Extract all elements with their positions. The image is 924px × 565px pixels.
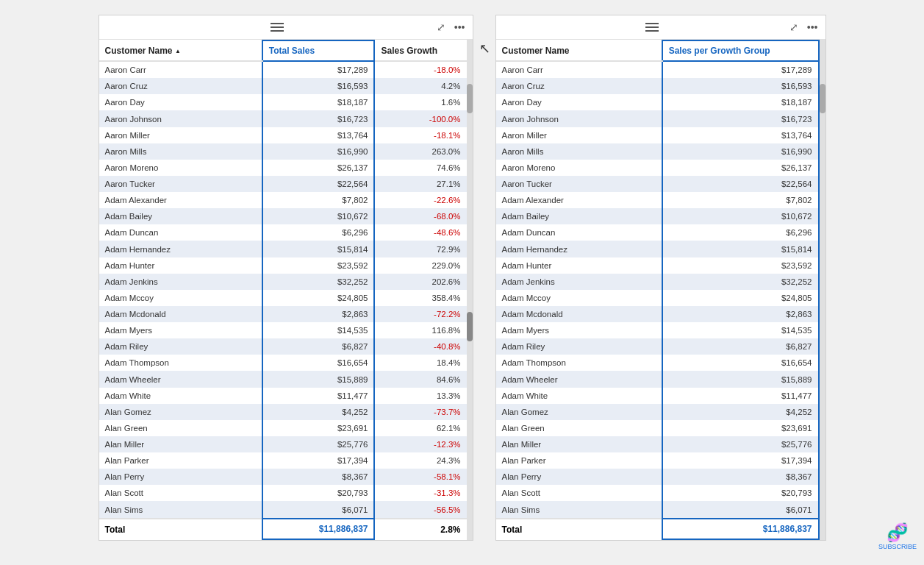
table-row: Adam Riley $6,827 xyxy=(496,338,819,355)
cell-growth: 24.3% xyxy=(374,452,466,469)
scrollbar-thumb2-1[interactable] xyxy=(467,312,473,341)
cell-customer: Alan Sims xyxy=(496,501,662,519)
cell-customer: Adam White xyxy=(496,388,662,404)
subscribe-label: SUBSCRIBE xyxy=(878,543,917,550)
cell-customer: Adam Riley xyxy=(99,338,262,355)
scrollbar-thumb-2[interactable] xyxy=(820,84,825,113)
cell-spgg: $6,827 xyxy=(662,338,819,355)
table-row: Adam Thompson $16,654 xyxy=(496,355,819,371)
cell-customer: Adam Riley xyxy=(496,338,662,355)
cell-sales: $23,592 xyxy=(262,257,375,274)
cell-customer: Alan Scott xyxy=(496,485,662,501)
cell-growth: -18.1% xyxy=(374,127,466,143)
table-row: Adam Duncan $6,296 -48.6% xyxy=(99,224,467,241)
cell-customer: Adam Alexander xyxy=(99,192,262,208)
cell-spgg: $32,252 xyxy=(662,274,819,290)
cell-customer: Aaron Miller xyxy=(496,127,662,143)
col-header-spgg-2[interactable]: Sales per Growth Group xyxy=(662,40,819,61)
col-header-customer-1[interactable]: Customer Name ▲ xyxy=(99,40,262,61)
table-row: Alan Scott $20,793 xyxy=(496,485,819,501)
cell-spgg: $16,654 xyxy=(662,355,819,371)
cell-customer: Adam Hernandez xyxy=(496,241,662,257)
header-center-2 xyxy=(645,23,659,32)
subscribe-icon: 🧬 xyxy=(887,522,909,543)
col-header-customer-2[interactable]: Customer Name xyxy=(496,40,662,61)
subscribe-button[interactable]: 🧬 SUBSCRIBE xyxy=(878,522,917,550)
more-icon-1[interactable]: ••• xyxy=(453,20,467,35)
cell-sales: $16,593 xyxy=(262,78,375,94)
table-row: Alan Scott $20,793 -31.3% xyxy=(99,485,467,501)
cell-customer: Aaron Johnson xyxy=(99,110,262,127)
table-row: Adam Jenkins $32,252 xyxy=(496,274,819,290)
scrollbar-thumb-1[interactable] xyxy=(467,84,473,113)
table-row: Aaron Cruz $16,593 xyxy=(496,78,819,94)
table-body-2: Aaron Carr $17,289 Aaron Cruz $16,593 Aa… xyxy=(496,61,819,519)
header-center-1 xyxy=(271,23,284,32)
cell-customer: Adam Alexander xyxy=(496,192,662,208)
cell-sales: $26,137 xyxy=(262,160,375,176)
cell-customer: Aaron Mills xyxy=(99,143,262,160)
cell-customer: Adam Bailey xyxy=(496,208,662,224)
table-row: Adam Alexander $7,802 xyxy=(496,192,819,208)
cell-sales: $6,827 xyxy=(262,338,375,355)
cell-sales: $16,723 xyxy=(262,110,375,127)
cell-growth: -18.0% xyxy=(374,61,466,78)
table-row: Alan Green $23,691 62.1% xyxy=(99,420,467,436)
cell-customer: Adam Thompson xyxy=(99,355,262,371)
expand-icon-2[interactable]: ⤢ xyxy=(788,20,800,35)
table-row: Adam Mccoy $24,805 xyxy=(496,290,819,306)
col-header-sales-1[interactable]: Total Sales xyxy=(262,40,375,61)
hamburger-icon-2[interactable] xyxy=(645,23,659,32)
cell-customer: Adam Bailey xyxy=(99,208,262,224)
cell-growth: 1.6% xyxy=(374,94,466,110)
cell-growth: 202.6% xyxy=(374,274,466,290)
footer-sales-1: $11,886,837 xyxy=(262,519,375,539)
table-row: Adam Duncan $6,296 xyxy=(496,224,819,241)
cell-customer: Adam Mccoy xyxy=(99,290,262,306)
table-widget-1: ⤢ ••• Customer Name ▲ Total Sales Sales … xyxy=(99,15,473,541)
footer-spgg-2: $11,886,837 xyxy=(662,519,819,539)
cell-customer: Alan Miller xyxy=(496,436,662,452)
table-row: Aaron Mills $16,990 xyxy=(496,143,819,160)
cell-customer: Alan Scott xyxy=(99,485,262,501)
table-widget-2: ⤢ ••• Customer Name Sales per Growth Gro… xyxy=(495,15,826,541)
cell-customer: Adam Hernandez xyxy=(99,241,262,257)
table-row: Alan Gomez $4,252 -73.7% xyxy=(99,404,467,420)
cell-growth: -58.1% xyxy=(374,469,466,485)
header-right-2: ⤢ ••• xyxy=(788,20,820,35)
scrollbar-1[interactable] xyxy=(467,40,473,540)
more-icon-2[interactable]: ••• xyxy=(806,20,820,35)
cell-spgg: $17,289 xyxy=(662,61,819,78)
cell-spgg: $23,592 xyxy=(662,257,819,274)
expand-icon-1[interactable]: ⤢ xyxy=(435,20,447,35)
cell-customer: Aaron Johnson xyxy=(496,110,662,127)
scrollbar-2[interactable] xyxy=(820,40,825,540)
table-row: Alan Perry $8,367 -58.1% xyxy=(99,469,467,485)
col-header-growth-1[interactable]: Sales Growth xyxy=(374,40,466,61)
table-row: Aaron Johnson $16,723 xyxy=(496,110,819,127)
cell-sales: $11,477 xyxy=(262,388,375,404)
table-row: Adam White $11,477 xyxy=(496,388,819,404)
cell-growth: 27.1% xyxy=(374,176,466,192)
cell-customer: Alan Parker xyxy=(99,452,262,469)
data-table-2: Customer Name Sales per Growth Group Aar… xyxy=(496,40,820,540)
cell-customer: Alan Perry xyxy=(496,469,662,485)
cell-growth: -31.3% xyxy=(374,485,466,501)
cell-spgg: $18,187 xyxy=(662,94,819,110)
cell-spgg: $22,564 xyxy=(662,176,819,192)
cell-customer: Adam Wheeler xyxy=(496,371,662,387)
table-row: Adam Mcdonald $2,863 xyxy=(496,306,819,322)
cell-spgg: $24,805 xyxy=(662,290,819,306)
table-row: Adam White $11,477 13.3% xyxy=(99,388,467,404)
cell-growth: 229.0% xyxy=(374,257,466,274)
hamburger-icon-1[interactable] xyxy=(271,23,284,32)
table-row: Aaron Moreno $26,137 xyxy=(496,160,819,176)
cell-growth: 84.6% xyxy=(374,371,466,387)
cell-growth: -40.8% xyxy=(374,338,466,355)
cell-sales: $7,802 xyxy=(262,192,375,208)
cell-spgg: $20,793 xyxy=(662,485,819,501)
table-row: Adam Myers $14,535 116.8% xyxy=(99,322,467,338)
cell-growth: 74.6% xyxy=(374,160,466,176)
cell-customer: Adam Mcdonald xyxy=(496,306,662,322)
cell-spgg: $16,723 xyxy=(662,110,819,127)
